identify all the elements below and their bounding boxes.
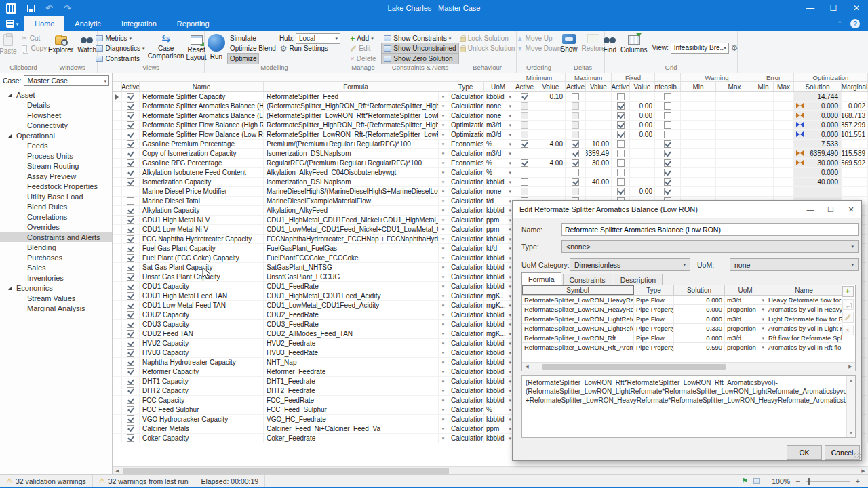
max-value-cell[interactable]: [586, 187, 612, 196]
formula-cell[interactable]: VGO_HC_Feedrate: [264, 415, 439, 424]
uom-dropdown-icon[interactable]: ▾: [509, 417, 511, 422]
min-active-checkbox[interactable]: [521, 140, 528, 148]
uom-cell[interactable]: t/d▾: [484, 197, 513, 205]
active-checkbox-cell[interactable]: [122, 348, 140, 357]
active-checkbox-cell[interactable]: [122, 168, 140, 177]
symbol-uom-cell[interactable]: m3/d▾: [725, 296, 766, 304]
max-active-checkbox[interactable]: [572, 159, 579, 167]
max-value-cell[interactable]: [586, 92, 612, 101]
formula-cell[interactable]: CDU2_AllModes_Feed_TAN: [264, 329, 439, 338]
active-checkbox-cell[interactable]: [122, 253, 140, 262]
error-max-cell[interactable]: [774, 159, 794, 167]
infeasibility-checkbox[interactable]: [664, 178, 671, 186]
dropdown-arrow-icon[interactable]: ▾: [442, 426, 445, 431]
name-cell[interactable]: Coker Capacity: [140, 434, 264, 443]
uom-cell[interactable]: ppm▾: [484, 225, 513, 234]
uom-dropdown-icon[interactable]: ▾: [509, 227, 511, 232]
name-cell[interactable]: Gasoline Premium Percentage: [140, 140, 264, 148]
uom-dropdown-icon[interactable]: ▾: [509, 113, 511, 118]
active-checkbox-cell[interactable]: [122, 140, 140, 148]
max-active-cell[interactable]: [566, 159, 586, 167]
max-value-cell[interactable]: [586, 102, 612, 110]
formula-cell[interactable]: HVU2_Feedrate: [264, 339, 439, 348]
formula-vertical-scrollbar[interactable]: ▲ ▼: [846, 376, 855, 437]
dropdown-arrow-icon[interactable]: ▾: [442, 180, 445, 184]
formula-cell[interactable]: Coker_Feedrate: [264, 434, 439, 443]
uom-cell[interactable]: kbbl/d▾: [484, 272, 513, 281]
min-value-column-header[interactable]: Value: [536, 82, 566, 92]
uom-dropdown-icon[interactable]: ▾: [509, 237, 511, 241]
type-cell[interactable]: Calculation: [448, 111, 484, 120]
fixed-active-cell[interactable]: [612, 102, 630, 110]
fixed-active-cell[interactable]: [612, 178, 630, 186]
sidebar-item-asset[interactable]: Asset: [0, 89, 112, 100]
fixed-value-cell[interactable]: [630, 149, 655, 158]
uom-dropdown-icon[interactable]: ▾: [509, 360, 511, 365]
max-value-cell[interactable]: [586, 168, 612, 177]
fixed-value-cell[interactable]: [630, 178, 655, 186]
error-min-cell[interactable]: [753, 178, 774, 186]
type-cell[interactable]: Economics: [448, 159, 484, 167]
sidebar-item-constraints-and-alerts[interactable]: Constraints and Alerts: [0, 232, 112, 242]
error-max-column-header[interactable]: Max: [774, 82, 794, 92]
error-max-cell[interactable]: [774, 149, 794, 158]
symbol-uom-cell[interactable]: m3/d▾: [725, 314, 766, 323]
formula-cell[interactable]: Reformer_Feedrate: [264, 367, 439, 376]
active-checkbox-cell[interactable]: [122, 405, 140, 414]
formula-dropdown-cell[interactable]: ▾: [439, 121, 448, 129]
error-max-cell[interactable]: [774, 102, 794, 110]
symbol-type-cell[interactable]: Pipe Flow: [634, 296, 674, 304]
type-cell[interactable]: Calculation: [448, 424, 484, 433]
min-active-cell[interactable]: [513, 130, 536, 139]
formula-dropdown-cell[interactable]: ▾: [439, 329, 448, 338]
infeasibility-cell[interactable]: [655, 102, 681, 110]
formula-cell[interactable]: ReformateSplitter_HighRON_Rft-(Reformate…: [264, 121, 439, 129]
symbol-name-cell[interactable]: Rft flow for Reformate Spli...: [766, 333, 842, 342]
max-active-cell[interactable]: [566, 92, 586, 101]
min-value-cell[interactable]: [536, 102, 566, 110]
name-cell[interactable]: CDU1 High Metal Ni V: [140, 216, 264, 224]
active-checkbox[interactable]: [127, 321, 134, 328]
min-value-cell[interactable]: [536, 187, 566, 196]
type-cell[interactable]: Calculation: [448, 291, 484, 300]
error-min-cell[interactable]: [753, 149, 774, 158]
active-checkbox[interactable]: [127, 235, 134, 243]
symbol-name-cell[interactable]: Aromatics by vol in Heavy...: [766, 305, 842, 314]
min-active-checkbox[interactable]: [521, 188, 528, 195]
formula-cell[interactable]: MarineDieselExampleMaterialFlow: [264, 197, 439, 205]
fixed-value-cell[interactable]: 0.00: [630, 102, 655, 110]
symbol-uom-column-header[interactable]: UoM: [725, 285, 766, 295]
zoom-out-button[interactable]: −: [795, 477, 800, 485]
symbol-uom-cell[interactable]: proportion▾: [725, 305, 766, 314]
symbol-solution-column-header[interactable]: Solution: [674, 285, 725, 295]
dialog-minimize-button[interactable]: —: [800, 201, 821, 218]
formula-dropdown-cell[interactable]: ▾: [439, 216, 448, 224]
active-checkbox[interactable]: [127, 434, 134, 442]
close-button[interactable]: ✕: [845, 0, 868, 16]
formula-cell[interactable]: CDU3_FeedRate: [264, 320, 439, 329]
error-min-column-header[interactable]: Min: [753, 82, 774, 92]
formula-cell[interactable]: NHT_Nap: [264, 358, 439, 367]
dialog-close-button[interactable]: ✕: [841, 201, 861, 218]
infeasibility-cell[interactable]: [655, 92, 681, 101]
name-cell[interactable]: Unsat Gas Plant Capacity: [140, 272, 264, 281]
formula-cell[interactable]: FCC_Feed_Sulphur: [264, 405, 439, 414]
uom-dropdown-icon[interactable]: ▾: [762, 326, 764, 331]
uom-cell[interactable]: kbbl/d▾: [484, 92, 513, 101]
dialog-maximize-button[interactable]: ☐: [821, 201, 841, 218]
uom-cell[interactable]: m3/d▾: [484, 149, 513, 158]
error-max-cell[interactable]: [774, 121, 794, 129]
formula-dropdown-cell[interactable]: ▾: [439, 386, 448, 395]
fixed-active-cell[interactable]: [612, 149, 630, 158]
formula-cell[interactable]: ReformateSplitter_Feed: [264, 92, 439, 101]
uom-cell[interactable]: kbbl/d▾: [484, 320, 513, 329]
optimize-button[interactable]: Optimize: [228, 54, 258, 64]
name-cell[interactable]: Naphtha Hydrotreater Capacity: [140, 358, 264, 367]
min-active-cell[interactable]: [513, 140, 536, 148]
error-min-cell[interactable]: [753, 92, 774, 101]
type-cell[interactable]: Calculation: [448, 358, 484, 367]
uom-dropdown-icon[interactable]: ▾: [509, 274, 511, 279]
uom-dropdown-icon[interactable]: ▾: [509, 312, 511, 317]
uom-dropdown-icon[interactable]: ▾: [509, 151, 511, 156]
active-checkbox-cell[interactable]: [122, 149, 140, 158]
